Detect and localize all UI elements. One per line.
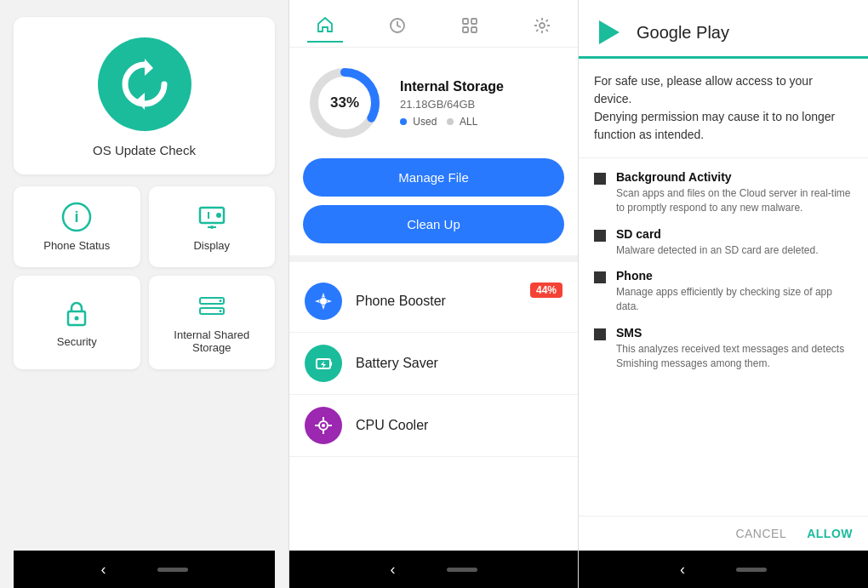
phone-booster-icon: [305, 283, 342, 320]
perm-phone: Phone Manage apps efficiently by checkin…: [594, 269, 853, 314]
storage-label: Internal Shared Storage: [156, 328, 269, 354]
home-pill-2: [447, 568, 477, 572]
lock-icon: [61, 298, 92, 328]
svg-point-12: [219, 310, 221, 312]
top-nav: [289, 0, 578, 48]
perm-bullet-0: [594, 173, 606, 185]
panel-os-update: OS Update Check i Phone Status Display: [0, 0, 289, 588]
storage-percent: 33%: [330, 94, 359, 111]
svg-rect-16: [463, 27, 468, 32]
svg-marker-31: [599, 20, 620, 44]
google-play-icon: [594, 17, 625, 48]
storage-item[interactable]: Internal Shared Storage: [149, 276, 276, 369]
allow-button[interactable]: ALLOW: [807, 527, 853, 540]
panel1-nav-bar: ‹: [14, 551, 275, 588]
cpu-cooler-label: CPU Cooler: [356, 418, 428, 433]
home-pill: [157, 568, 188, 572]
perm-background: Background Activity Scan apps and files …: [594, 170, 853, 215]
perm-sms: SMS This analyzes received text messages…: [594, 326, 853, 371]
storage-details: Internal Storage 21.18GB/64GB Used ALL: [400, 79, 504, 128]
svg-point-18: [540, 23, 545, 28]
permissions-list: Background Activity Scan apps and files …: [579, 158, 868, 516]
perm-desc-0: Scan apps and files on the Cloud server …: [616, 186, 853, 215]
info-icon: i: [61, 202, 92, 232]
battery-saver-item[interactable]: Battery Saver: [289, 333, 578, 395]
phone-status-label: Phone Status: [43, 239, 110, 252]
cpu-cooler-item[interactable]: CPU Cooler: [289, 395, 578, 457]
feature-grid: i Phone Status Display: [14, 186, 275, 369]
used-dot: [400, 118, 407, 125]
perm-title-3: SMS: [616, 326, 853, 340]
svg-point-11: [219, 300, 221, 302]
home-pill-3: [736, 568, 767, 572]
perm-bullet-2: [594, 271, 606, 283]
battery-saver-icon: [305, 345, 342, 382]
perm-title-1: SD card: [616, 227, 818, 241]
cancel-button[interactable]: CANCEL: [735, 527, 786, 540]
clean-up-button[interactable]: Clean Up: [303, 205, 564, 243]
svg-point-5: [216, 213, 221, 218]
phone-booster-item[interactable]: Phone Booster 44%: [289, 271, 578, 333]
perm-bullet-3: [594, 328, 606, 340]
cpu-cooler-icon: [305, 407, 342, 444]
back-icon-3[interactable]: ‹: [680, 561, 685, 579]
security-label: Security: [57, 335, 97, 348]
panel-google-play: Google Play For safe use, please allow a…: [579, 0, 868, 588]
perm-desc-2: Manage apps efficiently by checking size…: [616, 285, 853, 314]
svg-point-21: [320, 298, 327, 305]
back-icon[interactable]: ‹: [101, 561, 106, 579]
svg-text:i: i: [75, 208, 79, 225]
perm-title-2: Phone: [616, 269, 853, 283]
storage-donut: 33%: [306, 65, 383, 141]
os-update-card[interactable]: OS Update Check: [14, 17, 275, 174]
perm-title-0: Background Activity: [616, 170, 853, 184]
svg-rect-17: [471, 27, 477, 32]
divider: [289, 255, 578, 262]
perm-bullet-1: [594, 230, 606, 242]
refresh-icon-circle: [98, 37, 191, 131]
storage-title: Internal Storage: [400, 79, 504, 94]
panel2-nav-bar: ‹: [289, 551, 578, 588]
svg-rect-23: [330, 362, 332, 366]
display-item[interactable]: Display: [149, 186, 276, 267]
used-legend: Used: [400, 116, 437, 128]
storage-icon: [197, 291, 227, 322]
svg-point-8: [75, 316, 79, 320]
nav-home[interactable]: [307, 15, 343, 43]
all-legend: ALL: [447, 116, 477, 128]
perm-sdcard: SD card Malware detected in an SD card a…: [594, 227, 853, 258]
perm-desc-1: Malware detected in an SD card are delet…: [616, 243, 818, 258]
svg-rect-14: [463, 19, 468, 24]
panel3-nav-bar: ‹: [579, 551, 868, 588]
storage-legend: Used ALL: [400, 116, 504, 128]
os-update-label: OS Update Check: [93, 143, 196, 157]
phone-status-item[interactable]: i Phone Status: [14, 186, 140, 267]
storage-size: 21.18GB/64GB: [400, 98, 504, 111]
phone-booster-label: Phone Booster: [356, 294, 446, 309]
nav-apps[interactable]: [452, 16, 488, 42]
refresh-icon: [115, 54, 174, 114]
google-play-title: Google Play: [637, 23, 729, 43]
nav-settings[interactable]: [524, 16, 560, 42]
back-icon-2[interactable]: ‹: [391, 561, 396, 579]
security-item[interactable]: Security: [14, 276, 140, 369]
svg-rect-15: [471, 19, 477, 24]
action-buttons: Manage File Clean Up: [289, 150, 578, 255]
display-label: Display: [193, 239, 230, 252]
svg-point-26: [322, 424, 325, 427]
svg-marker-24: [321, 361, 326, 368]
storage-section: 33% Internal Storage 21.18GB/64GB Used A…: [289, 48, 578, 150]
all-dot: [447, 118, 454, 125]
feature-list: Phone Booster 44% Battery Saver: [289, 262, 578, 551]
display-icon: [197, 202, 227, 232]
nav-history[interactable]: [380, 16, 415, 42]
google-play-header: Google Play: [579, 0, 868, 59]
dialog-actions: CANCEL ALLOW: [579, 516, 868, 551]
permission-description: For safe use, please allow access to you…: [579, 59, 868, 158]
panel-dashboard: 33% Internal Storage 21.18GB/64GB Used A…: [289, 0, 579, 588]
manage-file-button[interactable]: Manage File: [303, 158, 564, 197]
battery-saver-label: Battery Saver: [356, 356, 438, 371]
perm-desc-3: This analyzes received text messages and…: [616, 342, 853, 371]
phone-booster-badge: 44%: [530, 283, 562, 298]
